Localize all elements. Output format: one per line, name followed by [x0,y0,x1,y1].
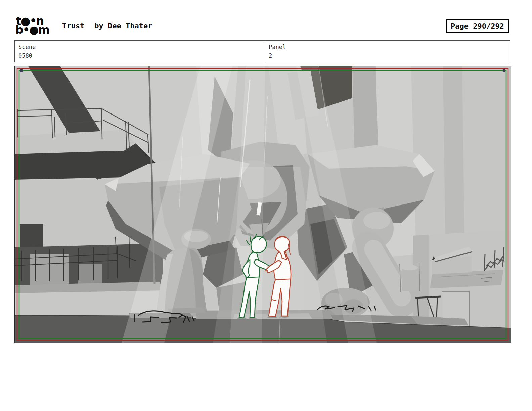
storyboard-export-page: t●•n b•●m Trustby Dee Thater Page 290/29… [0,0,532,411]
panel-cell: Panel 2 [265,41,510,62]
panel-artwork [15,66,511,343]
right-wall [400,230,511,331]
page-number-badge: Page 290/292 [446,19,509,33]
frame-corner-marker [503,69,505,72]
panel-value: 2 [269,51,506,60]
scene-cell: Scene 0580 [15,41,265,62]
frame-corner-marker [20,69,23,72]
storyboard-panel [14,66,511,343]
project-title: Trust [62,21,84,30]
page-header: t●•n b•●m Trustby Dee Thater Page 290/29… [14,16,510,38]
scene-label: Scene [18,43,261,51]
scene-value: 0580 [18,51,261,60]
wall-cylinder [402,268,418,291]
project-author: by Dee Thater [94,21,152,30]
project-title-block: Trustby Dee Thater [62,21,152,38]
figure-green-head [251,237,266,253]
panel-label: Panel [269,43,506,51]
toonboom-logo-line2: b•●m [15,26,60,34]
scene-panel-table: Scene 0580 Panel 2 [14,40,510,62]
toonboom-logo: t●•n b•●m [16,17,60,34]
